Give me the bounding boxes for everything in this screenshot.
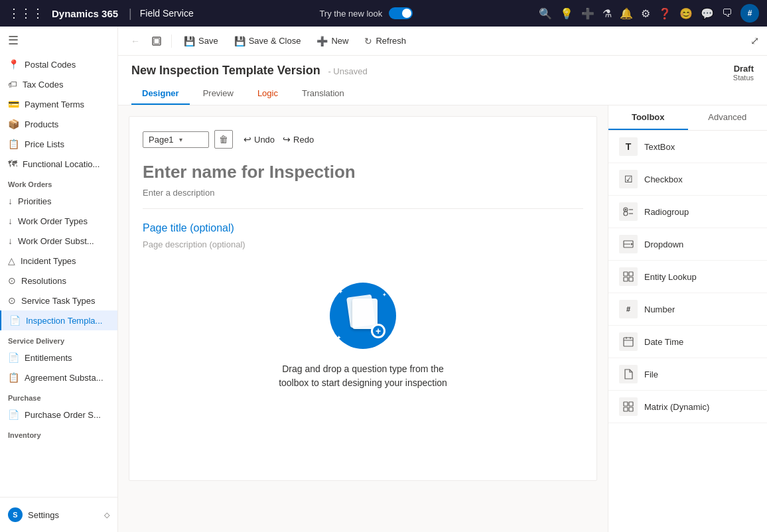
inspection-name-input[interactable] xyxy=(143,162,583,182)
settings-item[interactable]: S Settings ◇ xyxy=(0,503,117,527)
toolbox-item-label: Matrix (Dynamic) xyxy=(644,402,709,412)
redo-label: Redo xyxy=(293,135,314,145)
toolbox-item-label: TextBox xyxy=(644,142,675,152)
sidebar-item-postal-codes[interactable]: 📍 Postal Codes xyxy=(0,54,117,74)
save-button[interactable]: 💾 Save xyxy=(177,33,225,50)
sidebar-item-price-lists[interactable]: 📋 Price Lists xyxy=(0,134,117,154)
sidebar-item-resolutions[interactable]: ⊙ Resolutions xyxy=(0,271,117,291)
work-order-types-icon: ↓ xyxy=(8,216,13,226)
sidebar-item-label: Functional Locatio... xyxy=(23,159,100,169)
refresh-label: Refresh xyxy=(376,36,406,46)
sidebar-item-service-task-types[interactable]: ⊙ Service Task Types xyxy=(0,291,117,310)
sidebar-item-label: Payment Terms xyxy=(25,100,84,109)
page-delete-button[interactable]: 🗑 xyxy=(214,130,233,149)
sidebar-item-entitlements[interactable]: 📄 Entitlements xyxy=(0,348,117,367)
tab-designer[interactable]: Designer xyxy=(131,83,190,105)
service-task-types-icon: ⊙ xyxy=(8,295,16,306)
brand-name[interactable]: Dynamics 365 xyxy=(52,8,118,19)
sidebar-item-label: Tax Codes xyxy=(23,80,63,90)
hamburger-menu-icon[interactable]: ☰ xyxy=(0,27,117,54)
tab-toolbox[interactable]: Toolbox xyxy=(608,105,688,130)
sidebar-bottom: S Settings ◇ xyxy=(0,497,117,532)
sidebar-item-incident-types[interactable]: △ Incident Types xyxy=(0,251,117,271)
sidebar-item-purchase-order-s[interactable]: 📄 Purchase Order S... xyxy=(0,405,117,425)
expand-icon[interactable]: ⤢ xyxy=(750,35,759,46)
undo-icon: ↩ xyxy=(244,134,251,145)
agreement-subst-icon: 📋 xyxy=(8,372,19,383)
svg-rect-11 xyxy=(629,272,633,276)
tab-logic[interactable]: Logic xyxy=(247,83,289,105)
save-close-button[interactable]: 💾 Save & Close xyxy=(228,33,308,50)
sidebar-item-products[interactable]: 📦 Products xyxy=(0,114,117,134)
sidebar-item-priorities[interactable]: ↓ Priorities xyxy=(0,191,117,211)
toolbox-item-entity-lookup[interactable]: Entity Lookup xyxy=(608,261,767,293)
toolbox-item-textbox[interactable]: T TextBox xyxy=(608,131,767,163)
undo-button[interactable]: ↩ Undo xyxy=(244,134,275,145)
tab-preview[interactable]: Preview xyxy=(192,83,244,105)
cmd-separator xyxy=(171,34,172,48)
form-header: New Inspection Template Version - Unsave… xyxy=(118,56,767,105)
sidebar-item-payment-terms[interactable]: 💳 Payment Terms xyxy=(0,94,117,114)
save-label: Save xyxy=(198,36,218,46)
sidebar-item-functional-locations[interactable]: 🗺 Functional Locatio... xyxy=(0,154,117,174)
toolbox-item-file[interactable]: File xyxy=(608,358,767,391)
sidebar-item-agreement-subst[interactable]: 📋 Agreement Substa... xyxy=(0,367,117,387)
help-icon[interactable]: ❓ xyxy=(658,7,671,20)
sparkle-icon-1: ✦ xyxy=(338,288,343,295)
sidebar-item-label: Postal Codes xyxy=(25,60,76,70)
form-status-value: Draft xyxy=(733,64,754,74)
settings-gear-icon[interactable]: ⚙ xyxy=(641,7,650,20)
new-button[interactable]: ➕ New xyxy=(310,33,355,50)
plus-icon[interactable]: ➕ xyxy=(581,7,594,20)
sidebar-item-tax-codes[interactable]: 🏷 Tax Codes xyxy=(0,74,117,94)
toolbox-item-date-time[interactable]: Date Time xyxy=(608,326,767,358)
save-icon: 💾 xyxy=(184,36,195,46)
lightbulb-icon[interactable]: 💡 xyxy=(560,7,573,20)
page-desc-placeholder[interactable]: Page description (optional) xyxy=(143,239,583,249)
form-title: New Inspection Template Version xyxy=(131,64,320,77)
bell-icon[interactable]: 🔔 xyxy=(620,7,633,20)
refresh-button[interactable]: ↻ Refresh xyxy=(358,33,413,50)
user-avatar[interactable]: # xyxy=(740,4,759,23)
undo-label: Undo xyxy=(254,135,275,145)
sidebar-item-work-order-types[interactable]: ↓ Work Order Types xyxy=(0,211,117,231)
new-look-toggle[interactable] xyxy=(389,7,413,19)
tab-translation[interactable]: Translation xyxy=(291,83,355,105)
maximize-button[interactable] xyxy=(147,32,166,50)
form-status-area: Draft Status xyxy=(733,64,754,82)
sidebar-item-inspection-templates[interactable]: 📄 Inspection Templa... xyxy=(0,310,117,330)
smiley-icon[interactable]: 😊 xyxy=(679,7,693,20)
feedback-icon[interactable]: 💬 xyxy=(701,7,714,20)
search-icon[interactable]: 🔍 xyxy=(539,7,552,20)
sidebar-item-label: Products xyxy=(25,119,58,129)
inspection-description-input[interactable] xyxy=(143,188,583,198)
toolbox-item-number[interactable]: # Number xyxy=(608,293,767,326)
form-title-area: New Inspection Template Version - Unsave… xyxy=(131,64,368,105)
sidebar-item-work-order-subst[interactable]: ↓ Work Order Subst... xyxy=(0,231,117,251)
file-icon xyxy=(619,365,638,383)
module-name[interactable]: Field Service xyxy=(140,8,194,19)
save-close-label: Save & Close xyxy=(249,36,301,46)
tab-advanced[interactable]: Advanced xyxy=(688,105,768,130)
sidebar-item-label: Entitlements xyxy=(25,353,72,363)
toolbox-item-label: Entity Lookup xyxy=(644,272,697,282)
funnel-icon[interactable]: ⚗ xyxy=(602,7,612,20)
apps-grid-icon[interactable]: ⋮⋮⋮ xyxy=(8,6,44,21)
payment-terms-icon: 💳 xyxy=(8,99,19,109)
redo-button[interactable]: ↪ Redo xyxy=(283,134,314,145)
back-button[interactable]: ← xyxy=(126,32,145,50)
tax-codes-icon: 🏷 xyxy=(8,79,17,90)
toolbox-item-radiogroup[interactable]: Radiogroup xyxy=(608,196,767,228)
toolbox-item-checkbox[interactable]: ☑ Checkbox xyxy=(608,163,767,196)
page-dropdown[interactable]: Page1 ▾ xyxy=(143,131,209,148)
chat-icon[interactable]: 🗨 xyxy=(722,7,732,19)
page-dropdown-text: Page1 xyxy=(149,135,174,145)
form-tabs: Designer Preview Logic Translation xyxy=(131,83,368,105)
page-title-placeholder[interactable]: Page title (optional) xyxy=(143,222,583,234)
toolbox-item-matrix-dynamic[interactable]: Matrix (Dynamic) xyxy=(608,391,767,423)
canvas-drop-zone[interactable]: ✦ ✦ ✦ + Drag and drop a question type fr… xyxy=(143,263,583,410)
svg-rect-20 xyxy=(624,407,628,411)
toolbox-item-dropdown[interactable]: Dropdown xyxy=(608,228,767,261)
cmd-right: ⤢ xyxy=(750,34,759,47)
try-new-look-text: Try the new look xyxy=(319,9,382,19)
